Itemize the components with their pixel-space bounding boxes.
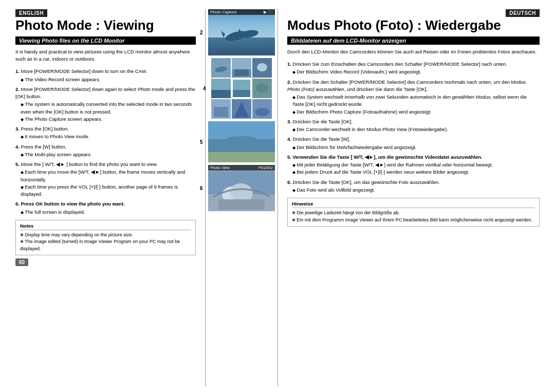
page-number: 60 bbox=[15, 258, 28, 266]
thumb-6 bbox=[252, 79, 272, 98]
bullet: The Multi-play screen appears. bbox=[21, 151, 196, 158]
step-text: Verwenden Sie die Taste [ W/T, ◀►], um d… bbox=[293, 154, 483, 160]
hinweise-title: Hinweise bbox=[292, 201, 535, 208]
svg-rect-16 bbox=[233, 80, 251, 90]
row-num-4: 5 bbox=[200, 139, 203, 145]
english-badge: ENGLISH bbox=[15, 9, 47, 17]
step-4-bullets: The Multi-play screen appears. bbox=[15, 151, 196, 158]
bullet: It moves to Photo View mode. bbox=[21, 133, 196, 140]
beach-svg bbox=[208, 121, 275, 162]
right-section-header: Bilddateien auf dem LCD-Monitor anzeigen bbox=[287, 36, 540, 45]
step-text: Move [POWER/MODE Selector] down again to… bbox=[15, 86, 195, 99]
step-text: Press the [W] button. bbox=[21, 144, 67, 150]
thumb-8 bbox=[232, 99, 251, 119]
left-column: ENGLISH Photo Mode : Viewing Viewing Pho… bbox=[15, 9, 206, 387]
step-num: 1. bbox=[287, 61, 293, 67]
image-4 bbox=[208, 121, 275, 162]
svg-point-30 bbox=[226, 136, 257, 142]
step-text: Press the [OK] button. bbox=[21, 126, 69, 132]
left-step-4: 4. Press the [W] button. The Multi-play … bbox=[15, 143, 196, 159]
step-text: Drücken Sie zum Einschalten des Camcorde… bbox=[293, 61, 507, 67]
svg-rect-17 bbox=[233, 90, 251, 98]
thumb-1 bbox=[211, 58, 231, 78]
row-num-3: 4 bbox=[203, 86, 206, 91]
step-text: Drücken Sie die Taste [OK]. bbox=[293, 119, 353, 124]
step-num: 5. bbox=[15, 161, 21, 167]
thumb-svg-1 bbox=[211, 58, 231, 78]
notes-box: Notes Display time may vary depending on… bbox=[15, 220, 196, 256]
left-step-6: 6. Press OK button to view the photo you… bbox=[15, 200, 196, 216]
svg-rect-21 bbox=[214, 107, 228, 117]
step-num: 1. bbox=[15, 68, 21, 74]
dolphin-image bbox=[208, 9, 275, 55]
notes-title: Notes bbox=[20, 223, 191, 230]
row-num-6: 6 bbox=[200, 185, 203, 191]
step-num: 3. bbox=[15, 126, 21, 132]
left-step-5: 5. Move the [ W/T, ◀► ] button to find t… bbox=[15, 161, 196, 198]
svg-rect-9 bbox=[234, 68, 249, 76]
step-num: 5. bbox=[287, 154, 293, 160]
right-step-5: 5. Verwenden Sie die Taste [ W/T, ◀►], u… bbox=[287, 154, 540, 176]
row-num-1: 2 bbox=[200, 30, 203, 35]
step-num: 6. bbox=[287, 179, 293, 185]
bullet: Der Bildschirm Photo Capture (Fotoaufnah… bbox=[292, 108, 540, 116]
image-4-wrapper: 5 bbox=[208, 121, 275, 162]
left-section-header: Viewing Photo files on the LCD Monitor bbox=[15, 36, 196, 45]
step-2-bullets: The system is automatically converted in… bbox=[15, 101, 196, 123]
thumb-7 bbox=[211, 99, 231, 119]
thumb-5-selected bbox=[232, 79, 251, 98]
bullet: The system is automatically converted in… bbox=[21, 101, 196, 116]
step-text: Drücken Sie den Schalter [POWER/MODE Sel… bbox=[287, 79, 526, 92]
step-6-bullets: Das Foto wird als Vollbild angezeigt. bbox=[287, 186, 540, 194]
svg-point-25 bbox=[255, 108, 269, 116]
right-step-4: 4. Drücken Sie die Taste [W]. Der Bildsc… bbox=[287, 136, 540, 151]
thumb-svg-4 bbox=[211, 79, 231, 98]
step-num: 3. bbox=[287, 119, 293, 124]
right-steps-list: 1. Drücken Sie zum Einschalten des Camco… bbox=[287, 61, 540, 194]
step-6-bullets: The full screen is displayed. bbox=[15, 209, 196, 216]
thumb-svg-6 bbox=[252, 79, 272, 98]
right-step-2: 2. Drücken Sie den Schalter [POWER/MODE … bbox=[287, 79, 540, 116]
left-step-2: 2. Move [POWER/MODE Selector] down again… bbox=[15, 86, 196, 123]
step-5-bullets: Mit jeder Betätigung der Taste [W/T, ◀►]… bbox=[287, 161, 540, 176]
bullet: Bei jedem Druck auf die Taste VOL [+]/[-… bbox=[292, 169, 540, 176]
deutsch-badge: DEUTSCH bbox=[506, 9, 540, 17]
step-num: 2. bbox=[15, 86, 21, 92]
bullet: Das System wechselt innerhalb von zwei S… bbox=[292, 94, 540, 108]
big-photo: Photo View P01/002 bbox=[208, 165, 275, 211]
thumb-grid bbox=[211, 58, 272, 119]
main-content: ENGLISH Photo Mode : Viewing Viewing Pho… bbox=[0, 0, 555, 392]
left-intro: It is handy and practical to view pictur… bbox=[15, 48, 196, 63]
thumb-svg-7 bbox=[211, 99, 231, 119]
step-text: Drücken Sie die Taste [OK], um das gewün… bbox=[293, 179, 440, 185]
thumb-grid-container bbox=[211, 58, 272, 119]
right-step-3: 3. Drücken Sie die Taste [OK]. Der Camco… bbox=[287, 118, 540, 134]
page: ENGLISH Photo Mode : Viewing Viewing Pho… bbox=[0, 0, 555, 392]
right-column: DEUTSCH Modus Photo (Foto) : Wiedergabe … bbox=[278, 9, 540, 387]
right-step-1: 1. Drücken Sie zum Einschalten des Camco… bbox=[287, 61, 540, 76]
bullet: Each time you move the [W/T, ◀►] button,… bbox=[21, 169, 196, 183]
step-text: Drücken Sie die Taste [W]. bbox=[293, 136, 350, 142]
big-photo-label: Photo View P01/002 bbox=[208, 165, 275, 171]
bullet: Das Foto wird als Vollbild angezeigt. bbox=[292, 186, 540, 194]
step-text: Move the [ W/T, ◀► ] button to find the … bbox=[21, 161, 158, 167]
image-1: Photo Capture ▶ ⬛ bbox=[208, 9, 275, 55]
image-1-wrapper: 2 Photo Capture ▶ ⬛ bbox=[208, 9, 275, 55]
dolphin-svg bbox=[208, 9, 275, 55]
step-3-bullets: Der Camcorder wechselt in den Modus Phot… bbox=[287, 126, 540, 133]
city-svg bbox=[208, 171, 275, 211]
right-main-title: Modus Photo (Foto) : Wiedergabe bbox=[287, 18, 540, 33]
right-step-6: 6. Drücken Sie die Taste [OK], um das ge… bbox=[287, 179, 540, 194]
step-1-bullets: Der Bildschirm Video Record (Videoaufn.)… bbox=[287, 68, 540, 76]
thumb-svg-9 bbox=[252, 99, 272, 119]
hinweise-list: Die jeweilige Ladezeit hängt von der Bil… bbox=[292, 210, 535, 223]
step-num: 4. bbox=[15, 144, 21, 150]
hinweise-box: Hinweise Die jeweilige Ladezeit hängt vo… bbox=[287, 198, 540, 227]
right-intro: Durch den LCD-Monitor des Camcorders kön… bbox=[287, 48, 540, 55]
svg-point-19 bbox=[256, 84, 268, 93]
hinweis-item: Die jeweilige Ladezeit hängt von der Bil… bbox=[292, 210, 535, 217]
bullet: Each time you press the VOL [+]/[-] butt… bbox=[21, 183, 196, 198]
center-images: 2 Photo Capture ▶ ⬛ bbox=[206, 9, 278, 387]
svg-point-12 bbox=[257, 63, 267, 71]
bullet: Der Bildschirm für Mehrfachwiedergabe wi… bbox=[292, 144, 540, 151]
